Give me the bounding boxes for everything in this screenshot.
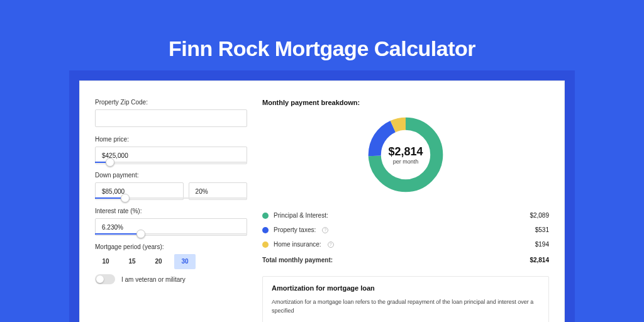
interest-rate-label: Interest rate (%):	[95, 208, 247, 214]
mortgage-period-label: Mortgage period (years):	[95, 243, 247, 250]
breakdown-title: Monthly payment breakdown:	[262, 99, 549, 106]
amortization-card: Amortization for mortgage loan Amortizat…	[262, 276, 549, 322]
legend-label: Home insurance:	[274, 241, 321, 248]
legend-value: $531	[535, 226, 549, 233]
legend-dot	[262, 227, 269, 233]
slider-thumb[interactable]	[121, 194, 130, 203]
slider-thumb[interactable]	[106, 158, 114, 167]
legend-row-pi: Principal & Interest:$2,089	[262, 208, 549, 223]
period-btn-15[interactable]: 15	[121, 254, 143, 269]
legend-dot	[262, 213, 269, 219]
page-title: Finn Rock Mortgage Calculator	[0, 0, 644, 61]
inputs-panel: Property Zip Code: Home price: Down paym…	[80, 81, 262, 322]
zip-label: Property Zip Code:	[95, 99, 247, 106]
legend-label: Principal & Interest:	[274, 212, 328, 219]
home-price-slider[interactable]	[95, 162, 247, 163]
mortgage-period-group: 10152030	[95, 254, 247, 269]
donut-chart: $2,814 per month	[365, 114, 447, 196]
legend-value: $2,089	[530, 212, 549, 219]
legend-value: $194	[535, 241, 549, 248]
total-row: Total monthly payment: $2,814	[262, 252, 549, 267]
breakdown-panel: Monthly payment breakdown: $2,814 per mo…	[262, 81, 564, 322]
zip-field: Property Zip Code:	[95, 99, 247, 127]
period-btn-20[interactable]: 20	[148, 254, 169, 269]
home-price-label: Home price:	[95, 136, 247, 143]
total-value: $2,814	[530, 257, 549, 264]
legend-dot	[262, 242, 269, 248]
donut-amount: $2,814	[388, 145, 423, 158]
amortization-title: Amortization for mortgage loan	[272, 284, 540, 292]
legend: Principal & Interest:$2,089Property taxe…	[262, 208, 549, 252]
legend-row-tax: Property taxes:?$531	[262, 223, 549, 237]
slider-thumb[interactable]	[136, 230, 145, 238]
amortization-text: Amortization for a mortgage loan refers …	[272, 298, 540, 315]
legend-row-ins: Home insurance:?$194	[262, 237, 549, 252]
zip-input[interactable]	[95, 109, 247, 127]
legend-label: Property taxes:	[274, 226, 316, 233]
info-icon[interactable]: ?	[322, 227, 328, 233]
veteran-label: I am veteran or military	[121, 276, 186, 283]
down-payment-label: Down payment:	[95, 172, 247, 179]
down-payment-slider[interactable]	[95, 197, 247, 199]
donut-sub: per month	[393, 158, 419, 165]
veteran-toggle[interactable]	[95, 274, 115, 284]
period-btn-30[interactable]: 30	[174, 254, 196, 269]
total-label: Total monthly payment:	[262, 257, 333, 264]
info-icon[interactable]: ?	[328, 242, 334, 248]
calculator-card: Property Zip Code: Home price: Down paym…	[79, 80, 565, 322]
period-btn-10[interactable]: 10	[95, 254, 116, 269]
interest-rate-slider[interactable]	[95, 233, 247, 235]
